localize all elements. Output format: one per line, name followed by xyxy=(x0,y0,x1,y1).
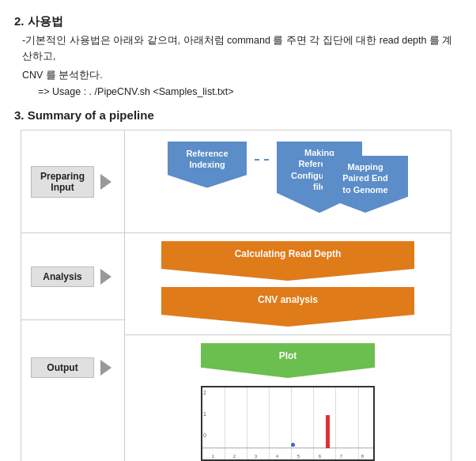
grid-line-1 xyxy=(225,387,225,459)
analysis-arrow-icon xyxy=(100,269,111,285)
section-3: 3. Summary of a pipeline Preparing Input… xyxy=(14,108,462,461)
output-chart: 2 1 0 12345678 xyxy=(201,386,375,461)
step-mapping: Mapping Paired End to Genome xyxy=(323,156,408,213)
usage-line2: CNV 를 분석한다. xyxy=(22,67,462,83)
grid-line-7 xyxy=(358,387,359,459)
grid-line-5 xyxy=(313,387,314,459)
chart-spike-red xyxy=(326,415,330,448)
section2-title: 2. 사용법 xyxy=(14,14,462,29)
step-plot: Plot xyxy=(201,343,375,378)
x-axis-labels: 12345678 xyxy=(202,454,373,459)
analysis-label-box: Analysis xyxy=(31,266,94,287)
output-label-box: Output xyxy=(31,357,94,378)
usage-line1: -기본적인 사용법은 아래와 같으며, 아래처럼 command 를 주면 각 … xyxy=(22,32,462,64)
step-cnv-analysis: CNV analysis xyxy=(161,287,414,327)
output-arrow-icon xyxy=(100,360,111,376)
grid-line-4 xyxy=(291,387,292,459)
preparing-arrow-icon xyxy=(100,174,111,190)
label-analysis: Analysis xyxy=(21,233,124,320)
section3-title: 3. Summary of a pipeline xyxy=(14,108,462,122)
chart-baseline xyxy=(202,448,373,448)
section-2: 2. 사용법 -기본적인 사용법은 아래와 같으며, 아래처럼 command … xyxy=(14,14,462,97)
step-ref-indexing: Reference Indexing xyxy=(168,142,247,188)
grid-line-6 xyxy=(335,387,336,459)
pipeline-row-preparing: Reference Indexing Making Reference Conf… xyxy=(125,130,451,233)
label-output: Output xyxy=(21,320,124,415)
grid-line-2 xyxy=(247,387,247,459)
usage-command: => Usage : . /PipeCNV.sh <Samples_list.t… xyxy=(38,86,462,97)
dashed-connector xyxy=(255,142,269,161)
pipeline-row-analysis: Calculating Read Depth CNV analysis xyxy=(125,233,451,335)
pipeline-row-output: Plot 2 xyxy=(125,335,451,461)
y-axis-labels: 2 1 0 xyxy=(203,389,206,439)
preparing-label-box: Preparing Input xyxy=(31,166,94,198)
grid-line-3 xyxy=(269,387,270,459)
step-calc-depth: Calculating Read Depth xyxy=(161,241,414,281)
chart-dot-blue xyxy=(291,443,295,447)
label-preparing: Preparing Input xyxy=(21,130,124,233)
